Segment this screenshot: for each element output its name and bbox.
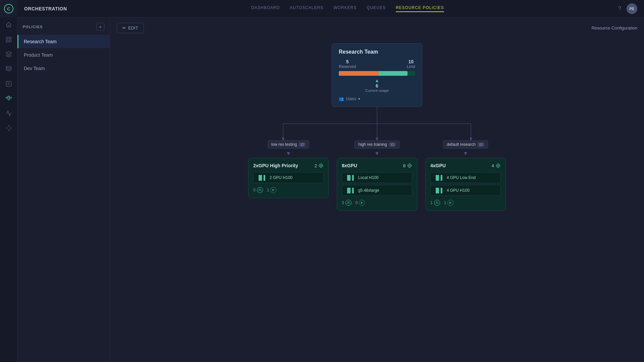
arrow-default: ▼ (463, 150, 468, 157)
queue-col-high-res: high res training ID ▼ 8xGPU 8 (337, 140, 417, 211)
nav-autoscalers[interactable]: AUTOSCALERS (290, 5, 323, 12)
tasks-icon-2 (359, 200, 365, 206)
svg-rect-5 (9, 40, 11, 42)
svg-rect-10 (8, 99, 9, 100)
sidebar-item-dev-team[interactable]: Dev Team (17, 62, 110, 75)
arrow-low-res: ▼ (286, 150, 291, 157)
nav-dashboard[interactable]: DASHBOARD (251, 5, 280, 12)
nav-orchestration[interactable] (0, 91, 17, 106)
nav-workers[interactable]: WORKERS (333, 5, 357, 12)
edit-button[interactable]: ✏ EDIT (117, 23, 144, 33)
tasks-stat: 1 (267, 187, 277, 193)
resource-row-low-end: ▐▌▌ 4 GPU Low End (430, 172, 501, 183)
svg-marker-27 (361, 201, 363, 204)
bar-icon-2: ▐▌▌ (345, 175, 356, 180)
limit-value: 10 (407, 59, 415, 64)
nav-reports[interactable] (0, 76, 17, 91)
nav-models[interactable] (0, 47, 17, 62)
policies-sidebar: POLICIES + Research Team Product Team De… (17, 17, 110, 362)
sidebar-item-research-team[interactable]: Research Team (17, 35, 110, 48)
high-res-card-title: 8xGPU (342, 163, 357, 168)
workers-stat-2: 3 (342, 200, 352, 206)
nav-home[interactable] (0, 17, 17, 32)
svg-point-21 (320, 165, 322, 166)
tasks-icon (270, 187, 276, 193)
panel-toolbar: ✏ EDIT Resource Configuration (117, 23, 637, 33)
nav-experiments[interactable] (0, 32, 17, 47)
pencil-icon: ✏ (122, 25, 126, 31)
svg-rect-9 (8, 96, 9, 97)
tree-lines-svg (243, 107, 511, 147)
tasks-stat-2: 0 (356, 200, 365, 206)
workers-stat: 0 (253, 187, 263, 193)
workers-stat-3: 1 (430, 200, 440, 206)
sidebar-header-label: POLICIES (23, 25, 43, 29)
app-logo: C (0, 0, 17, 17)
main-panel: ✏ EDIT Resource Configuration Research T… (110, 17, 644, 362)
svg-point-26 (347, 201, 348, 202)
gear-small-icon-3 (495, 163, 501, 168)
tasks-stat-3: 1 (444, 200, 454, 206)
bar-icon-4: ▐▌▌ (434, 175, 444, 180)
usage-bar (339, 71, 415, 76)
low-res-count: 2 (315, 163, 324, 168)
bar-icon-1: ▐▌▌ (257, 175, 267, 180)
svg-rect-8 (6, 97, 7, 98)
nav-datasets[interactable] (0, 62, 17, 76)
queue-col-default: default research ID ▼ 4xGPU 4 (425, 140, 506, 211)
nav-resource-policies[interactable]: RESOURCE POLICIES (396, 5, 444, 12)
queue-col-low-res: low res testing ID ▼ 2xGPU High Priority… (248, 140, 329, 211)
svg-marker-19 (470, 138, 472, 140)
svg-marker-31 (449, 201, 451, 204)
limit-label: Limit (407, 64, 415, 69)
workers-icon-3 (434, 200, 440, 206)
svg-marker-18 (376, 138, 378, 140)
workers-icon (257, 187, 263, 193)
resource-config-link[interactable]: Resource Configuration (591, 25, 637, 31)
topbar: ORCHESTRATION DASHBOARD AUTOSCALERS WORK… (17, 0, 644, 17)
topbar-right: ? PE (618, 3, 637, 14)
nav-settings[interactable] (0, 121, 17, 135)
high-res-footer: 3 0 (342, 200, 412, 206)
gear-small-icon-2 (407, 163, 412, 168)
nav-queues[interactable]: QUEUES (367, 5, 386, 12)
svg-point-20 (319, 164, 323, 167)
reserved-value: 5 (339, 59, 356, 64)
bar-icon-3: ▐▌▌ (345, 188, 356, 193)
current-usage-row: ▲ 6 Current usage (339, 78, 415, 93)
svg-marker-17 (282, 138, 284, 140)
resource-row-1: ▐▌▌ 2 GPU H100 (253, 172, 324, 183)
top-nav: DASHBOARD AUTOSCALERS WORKERS QUEUES RES… (84, 5, 612, 12)
svg-marker-23 (272, 189, 274, 191)
research-team-title: Research Team (339, 49, 415, 55)
arrow-high-res: ▼ (374, 150, 380, 157)
resource-row-4gpu-h100: ▐▌▌ 4 GPU H100 (430, 185, 501, 196)
workers-icon-2 (345, 200, 352, 206)
high-res-count: 8 (403, 163, 412, 168)
orange-bar (339, 71, 379, 76)
svg-point-25 (409, 165, 410, 166)
svg-point-30 (436, 201, 437, 202)
help-icon[interactable]: ? (618, 6, 621, 12)
resource-row-local-h100: ▐▌▌ Local H100 (342, 172, 412, 183)
add-policy-button[interactable]: + (96, 23, 104, 31)
users-dropdown-button[interactable]: 👥 Users ▾ (339, 97, 360, 101)
sidebar-item-product-team[interactable]: Product Team (17, 48, 110, 62)
resource-row-g5: ▐▌▌ g5.48xlarge (342, 185, 412, 196)
chevron-down-icon: ▾ (358, 97, 360, 101)
gpu-card-default: 4xGPU 4 ▐▌▌ (425, 158, 506, 211)
queues-container: low res testing ID ▼ 2xGPU High Priority… (250, 140, 504, 211)
nav-analytics[interactable] (0, 106, 17, 121)
svg-point-22 (259, 189, 260, 190)
users-icon: 👥 (339, 97, 344, 101)
default-card-title: 4xGPU (430, 163, 446, 168)
svg-point-6 (6, 66, 11, 68)
user-avatar[interactable]: PE (627, 3, 637, 14)
gear-small-icon (318, 163, 324, 168)
low-res-card-title: 2xGPU High Priority (253, 163, 298, 168)
svg-point-24 (408, 164, 411, 167)
current-usage-label: Current usage (365, 88, 389, 93)
app-title: ORCHESTRATION (24, 6, 67, 11)
left-nav: C (0, 0, 17, 362)
svg-rect-3 (9, 37, 11, 39)
